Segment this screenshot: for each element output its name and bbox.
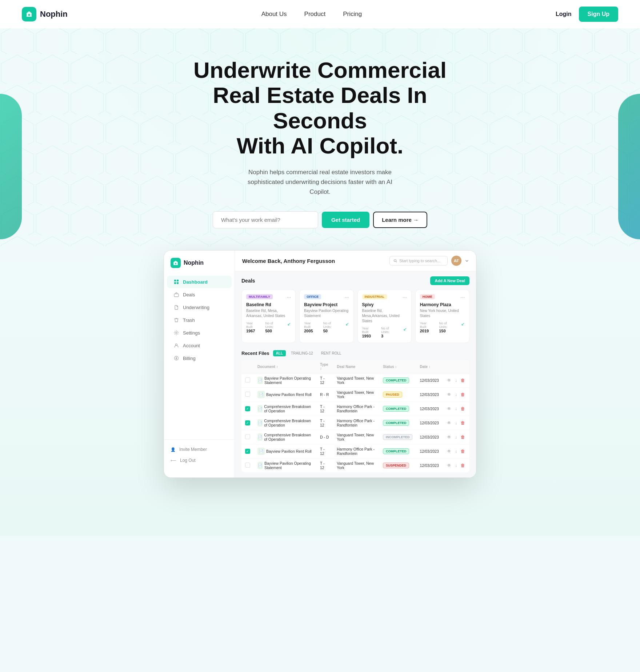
row-type-6: T - 12 <box>316 459 333 473</box>
search-placeholder: Start typing to search... <box>399 259 440 263</box>
deal-menu-2[interactable]: ··· <box>403 294 407 300</box>
sidebar-invite-member[interactable]: 👤 Invite Member <box>164 444 235 455</box>
deal-card-1[interactable]: OFFICE ··· Bayview Project Bayview Pavil… <box>299 289 353 343</box>
row-deal-3: Harmony Office Park - Randfontein <box>333 416 379 430</box>
row-document-5: 📄 Bayview Pavilion Rent Roll <box>254 444 316 459</box>
deal-card-3[interactable]: HOME ··· Harmony Plaza New York house, U… <box>415 289 469 343</box>
get-started-button[interactable]: Get started <box>322 212 369 228</box>
checkbox-checked[interactable]: ✓ <box>245 449 250 454</box>
row-document-2: 📄 Comprehensive Breakdown of Operation <box>254 402 316 416</box>
delete-button-1[interactable]: 🗑 <box>460 391 466 398</box>
row-actions-2: 👁 ↓ 🗑 <box>443 402 469 416</box>
view-button-5[interactable]: 👁 <box>446 448 452 455</box>
row-type-3: T - 12 <box>316 416 333 430</box>
view-button-6[interactable]: 👁 <box>446 462 452 469</box>
delete-button-5[interactable]: 🗑 <box>460 448 466 455</box>
sidebar-item-billing[interactable]: Billing <box>167 352 232 364</box>
sidebar-item-dashboard[interactable]: Dashboard <box>167 276 232 288</box>
delete-button-6[interactable]: 🗑 <box>460 462 466 469</box>
checkbox-checked[interactable]: ✓ <box>245 420 250 425</box>
row-checkbox-4[interactable] <box>241 430 254 444</box>
checkbox-empty[interactable] <box>245 463 250 468</box>
row-checkbox-5[interactable]: ✓ <box>241 444 254 459</box>
delete-button-4[interactable]: 🗑 <box>460 434 466 440</box>
sidebar-item-deals[interactable]: Deals <box>167 288 232 301</box>
checkbox-empty[interactable] <box>245 392 250 397</box>
view-button-3[interactable]: 👁 <box>446 420 452 426</box>
row-status-3: COMPLETED <box>379 416 416 430</box>
svg-rect-6 <box>174 282 176 284</box>
row-type-5: T - 12 <box>316 444 333 459</box>
rf-header: Recent Files ALL TRAILING-12 RENT ROLL <box>241 350 469 356</box>
view-button-0[interactable]: 👁 <box>446 377 452 384</box>
checkbox-empty[interactable] <box>245 377 250 383</box>
delete-button-3[interactable]: 🗑 <box>460 420 466 426</box>
rf-tab-all[interactable]: ALL <box>273 350 286 356</box>
sidebar-bottom: 👤 Invite Member ⟵ Log Out <box>164 439 235 470</box>
doc-icon-6: 📄 <box>257 462 263 469</box>
row-checkbox-1[interactable] <box>241 388 254 402</box>
sidebar-item-trash[interactable]: Trash <box>167 314 232 326</box>
sidebar-item-underwriting[interactable]: Underwriting <box>167 301 232 313</box>
svg-rect-4 <box>174 280 176 281</box>
doc-name-5: Bayview Pavilion Rent Roll <box>266 449 312 453</box>
top-bar-right: Start typing to search... AF <box>389 256 469 266</box>
email-input[interactable] <box>213 211 318 228</box>
rf-tab-trailing[interactable]: TRAILING-12 <box>288 350 316 356</box>
rf-title: Recent Files <box>241 351 269 356</box>
view-button-2[interactable]: 👁 <box>446 405 452 412</box>
log-out-icon: ⟵ <box>171 458 176 463</box>
logo-icon <box>22 7 36 21</box>
col-type: Type ↕ <box>316 360 333 373</box>
add-deal-button[interactable]: Add A New Deal <box>430 276 469 285</box>
hero-form: Get started Learn more → <box>7 211 633 228</box>
row-date-4: 12/03/2023 <box>416 430 443 444</box>
nav-pricing[interactable]: Pricing <box>343 11 362 18</box>
row-checkbox-6[interactable] <box>241 459 254 473</box>
view-button-1[interactable]: 👁 <box>446 391 452 398</box>
download-button-5[interactable]: ↓ <box>454 448 458 455</box>
sidebar-logout[interactable]: ⟵ Log Out <box>164 455 235 466</box>
sidebar-item-account[interactable]: Account <box>167 339 232 352</box>
deal-card-0[interactable]: MULTIFAMILY ··· Baseline Rd Baseline Rd,… <box>241 289 296 343</box>
doc-name-4: Comprehensive Breakdown of Operation <box>264 433 313 441</box>
row-document-0: 📄 Bayview Pavilion Operating Statement <box>254 373 316 388</box>
download-button-1[interactable]: ↓ <box>454 391 458 398</box>
sidebar-logo-text: Nophin <box>184 260 204 266</box>
row-checkbox-3[interactable]: ✓ <box>241 416 254 430</box>
row-actions-1: 👁 ↓ 🗑 <box>443 388 469 402</box>
deal-menu-0[interactable]: ··· <box>287 294 291 300</box>
deal-menu-1[interactable]: ··· <box>345 294 349 300</box>
deal-card-2[interactable]: INDUSTRIAL ··· Spivy Baseline Rd, Mesa,A… <box>357 289 412 343</box>
download-button-4[interactable]: ↓ <box>454 434 458 440</box>
checkbox-checked[interactable]: ✓ <box>245 406 250 411</box>
download-button-0[interactable]: ↓ <box>454 377 458 384</box>
sidebar-label-account: Account <box>183 343 200 348</box>
row-document-3: 📄 Comprehensive Breakdown of Operation <box>254 416 316 430</box>
download-button-3[interactable]: ↓ <box>454 420 458 426</box>
row-checkbox-0[interactable] <box>241 373 254 388</box>
rf-tab-rentroll[interactable]: RENT ROLL <box>318 350 344 356</box>
nav-product[interactable]: Product <box>304 11 326 18</box>
checkbox-empty[interactable] <box>245 434 250 439</box>
download-button-2[interactable]: ↓ <box>454 405 458 412</box>
chevron-down-icon[interactable] <box>465 259 469 263</box>
status-badge-2: COMPLETED <box>383 406 409 412</box>
download-button-6[interactable]: ↓ <box>454 462 458 469</box>
search-box[interactable]: Start typing to search... <box>389 256 448 265</box>
deal-menu-3[interactable]: ··· <box>460 294 465 300</box>
login-button[interactable]: Login <box>556 11 572 17</box>
learn-more-button[interactable]: Learn more → <box>373 212 427 228</box>
nav-about[interactable]: About Us <box>261 11 287 18</box>
delete-button-2[interactable]: 🗑 <box>460 405 466 412</box>
sidebar-item-settings[interactable]: Settings <box>167 327 232 339</box>
delete-button-0[interactable]: 🗑 <box>460 377 466 384</box>
table-row: ✓ 📄 Comprehensive Breakdown of Operation… <box>241 416 469 430</box>
signup-button[interactable]: Sign Up <box>579 7 618 22</box>
row-type-0: T - 12 <box>316 373 333 388</box>
logo[interactable]: Nophin <box>22 7 68 21</box>
sidebar-label-settings: Settings <box>183 330 200 336</box>
deals-title: Deals <box>241 278 255 284</box>
row-checkbox-2[interactable]: ✓ <box>241 402 254 416</box>
view-button-4[interactable]: 👁 <box>446 434 452 440</box>
